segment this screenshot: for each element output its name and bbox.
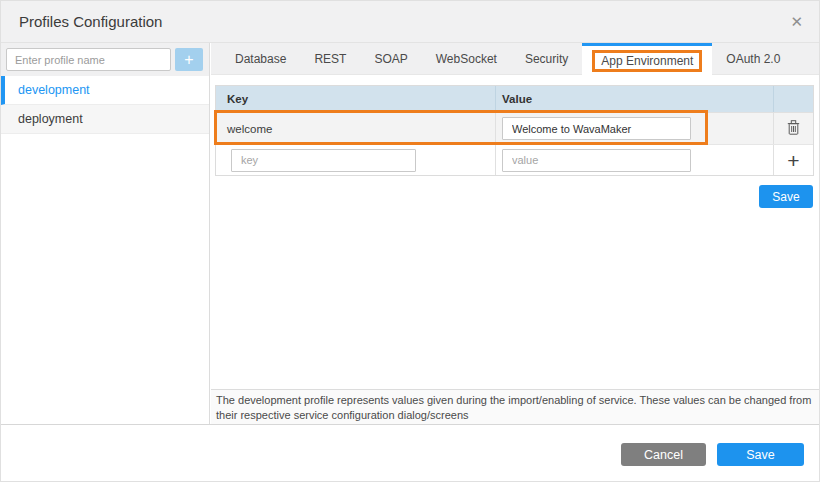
profile-name-input[interactable]: [6, 48, 171, 71]
table-row: welcome: [216, 112, 813, 144]
profiles-configuration-dialog: Profiles Configuration ✕ + development d…: [0, 0, 820, 482]
new-value-input[interactable]: [502, 149, 691, 172]
column-header-key: Key: [216, 86, 496, 112]
row-key-text: welcome: [216, 113, 496, 144]
tab-security[interactable]: Security: [511, 43, 582, 74]
tab-soap[interactable]: SOAP: [360, 43, 421, 74]
table-save-button[interactable]: Save: [759, 185, 813, 208]
main-panel: Database REST SOAP WebSocket Security Ap…: [211, 43, 820, 424]
row-value-input[interactable]: [502, 117, 691, 140]
dialog-footer: Cancel Save: [1, 424, 819, 482]
column-header-value: Value: [496, 86, 774, 112]
table-new-row: +: [216, 144, 813, 175]
tab-content: Key Value welcome: [211, 75, 820, 424]
key-value-table: Key Value welcome: [215, 85, 814, 176]
table-header-row: Key Value: [216, 86, 813, 112]
tab-oauth[interactable]: OAuth 2.0: [712, 43, 794, 74]
add-profile-button[interactable]: +: [175, 48, 203, 71]
new-key-input[interactable]: [231, 149, 416, 172]
app-environment-highlight: App Environment: [592, 50, 702, 72]
trash-icon: [787, 120, 800, 138]
profile-description-note: The development profile represents value…: [211, 389, 820, 424]
dialog-titlebar: Profiles Configuration ✕: [1, 1, 819, 43]
profiles-sidebar: + development deployment: [1, 43, 210, 424]
delete-row-button[interactable]: [774, 113, 813, 144]
profile-create-bar: +: [1, 43, 209, 76]
tab-app-environment[interactable]: App Environment: [582, 43, 712, 75]
save-button[interactable]: Save: [717, 443, 804, 466]
tab-database[interactable]: Database: [221, 43, 300, 74]
tab-rest[interactable]: REST: [300, 43, 360, 74]
cancel-button[interactable]: Cancel: [621, 443, 706, 466]
tab-websocket[interactable]: WebSocket: [422, 43, 511, 74]
close-icon[interactable]: ✕: [790, 14, 803, 29]
sidebar-item-deployment[interactable]: deployment: [1, 105, 209, 134]
dialog-title: Profiles Configuration: [19, 13, 162, 30]
column-header-actions: [774, 86, 813, 112]
service-tabs: Database REST SOAP WebSocket Security Ap…: [211, 43, 820, 75]
add-row-button[interactable]: +: [774, 145, 813, 175]
sidebar-item-development[interactable]: development: [1, 76, 209, 105]
plus-icon: +: [787, 150, 799, 171]
